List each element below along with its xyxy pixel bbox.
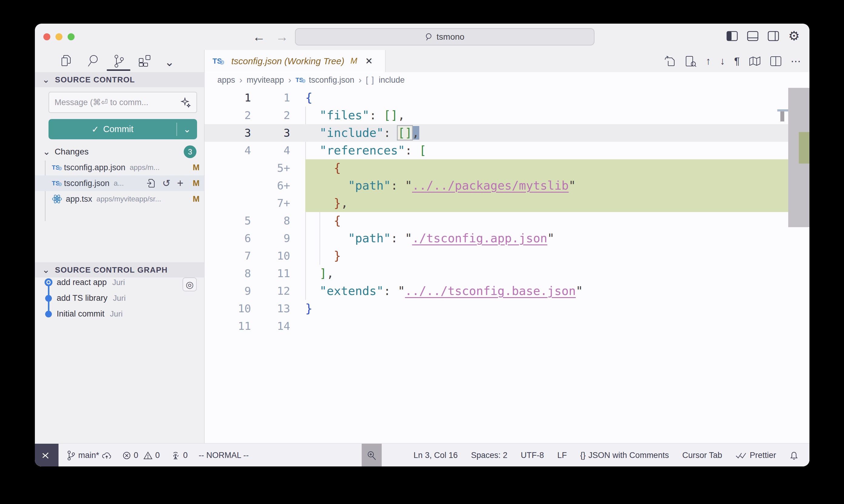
next-change-icon[interactable]: ↓ [720,55,725,67]
branch-status-item[interactable]: main* [66,450,111,461]
code-line[interactable]: 6+ "path": "../../packages/mytslib" [205,177,809,195]
double-check-icon [736,452,747,460]
commit-row[interactable]: add TS library Juri [35,290,204,306]
source-control-section-header[interactable]: ⌄ SOURCE CONTROL [35,72,204,87]
toggle-secondary-sidebar-icon[interactable] [768,31,779,41]
minimize-window-button[interactable] [55,33,63,40]
problems-status-item[interactable]: 0 0 [122,451,160,460]
commit-message-input[interactable]: Message (⌘⏎ to comm... [49,92,197,113]
modified-line-number: 4 [251,142,290,159]
commit-dropdown-chevron[interactable]: ⌄ [177,124,197,134]
previous-change-icon[interactable]: ↑ [706,55,711,67]
code-line[interactable]: 22 "files": [], [205,107,809,124]
notifications-bell-icon[interactable] [789,451,798,461]
open-changes-icon[interactable] [664,55,675,67]
vim-mode-indicator[interactable]: -- NORMAL -- [199,451,248,460]
whitespace-pilcrow-icon[interactable]: ¶ [734,55,740,67]
file-path: apps/myviteapp/sr... [97,195,161,203]
modified-line-number: 1 [251,89,290,107]
language-mode-item[interactable]: {} JSON with Comments [580,451,669,460]
breadcrumb-item[interactable]: include [379,75,405,85]
tab-close-icon[interactable]: ✕ [365,56,373,66]
editor-pane: TS⚙ tsconfig.json (Working Tree) M ✕ ↑ ↓… [205,50,809,443]
commit-button-label: Commit [103,124,133,134]
code-line[interactable]: 811 ], [205,265,809,282]
code-line[interactable]: 69 "path": "./tsconfig.app.json" [205,230,809,247]
breadcrumb-item[interactable]: tsconfig.json [309,75,355,85]
code-line[interactable]: 44 "references": [ [205,142,809,159]
commit-row[interactable]: add react app Juri [35,274,204,290]
more-actions-icon[interactable]: ⋯ [791,55,801,67]
explorer-icon[interactable] [61,54,73,68]
extensions-icon[interactable] [138,54,151,68]
close-window-button[interactable] [44,33,50,40]
code-text: "path": "../../packages/mytslib" [305,177,788,195]
code-line[interactable]: 1013} [205,300,809,318]
modified-line-number: 11 [251,265,290,282]
overview-selection-mark [777,109,788,111]
file-name: tsconfig.app.json [64,163,125,172]
toggle-panel-icon[interactable] [747,31,758,41]
code-line[interactable]: 11{ [205,89,809,107]
original-line-number: 9 [205,282,251,300]
modified-line-number: 13 [251,300,290,318]
tab-bar: TS⚙ tsconfig.json (Working Tree) M ✕ ↑ ↓… [205,50,809,72]
back-icon[interactable]: ← [253,30,265,44]
goto-current-history-item-button[interactable]: ◎ [183,277,197,291]
code-text: "references": [ [305,142,788,159]
code-text: ], [305,265,788,282]
command-center-search[interactable]: tsmono [295,28,595,46]
screencast-zoom-indicator[interactable] [362,444,382,466]
inline-view-icon[interactable] [685,55,697,67]
source-control-icon[interactable] [112,54,125,68]
code-line[interactable]: 33 "include": [], [205,124,809,142]
original-line-number [205,177,251,195]
open-file-icon[interactable] [147,178,156,188]
code-line[interactable]: 58 { [205,212,809,230]
split-editor-icon[interactable] [770,56,781,66]
original-line-number: 2 [205,107,251,124]
original-line-number: 6 [205,230,251,247]
views-chevron-icon[interactable]: ⌄ [165,55,174,69]
remote-indicator[interactable] [35,444,58,466]
code-line[interactable]: 710 } [205,247,809,265]
search-view-icon[interactable] [86,54,99,68]
modified-line-number: 5+ [251,159,290,177]
formatter-item[interactable]: Prettier [736,451,776,460]
change-row-tsconfig-app[interactable]: TS⚙ tsconfig.app.json apps/m... M [35,160,204,175]
code-line[interactable]: 5+ { [205,159,809,177]
change-row-tsconfig[interactable]: TS⚙ tsconfig.json a... ↺ + M [35,175,204,191]
code-line[interactable]: 912 "extends": "../../tsconfig.base.json… [205,282,809,300]
code-line[interactable]: 7+ }, [205,195,809,212]
encoding-item[interactable]: UTF-8 [521,451,544,460]
map-icon[interactable] [749,56,761,66]
sparkle-ai-icon[interactable] [181,97,191,108]
diff-editor[interactable]: 11{22 "files": [],33 "include": [],44 "r… [205,88,809,443]
maximize-window-button[interactable] [68,33,74,40]
indentation-item[interactable]: Spaces: 2 [471,451,507,460]
tab-tsconfig-working-tree[interactable]: TS⚙ tsconfig.json (Working Tree) M ✕ [205,50,385,72]
breadcrumb-item[interactable]: apps [217,75,235,85]
discard-changes-icon[interactable]: ↺ [162,178,170,189]
commit-row[interactable]: Initial commit Juri [35,306,204,322]
original-line-number: 1 [205,89,251,107]
stage-changes-icon[interactable]: + [177,177,184,190]
ports-status-item[interactable]: 0 [171,451,188,460]
change-row-app-tsx[interactable]: app.tsx apps/myviteapp/sr... M [35,191,204,207]
breadcrumb-separator: › [288,75,291,85]
commit-button[interactable]: ✓ Commit ⌄ [49,119,197,139]
forward-icon[interactable]: → [276,30,288,44]
breadcrumb-item[interactable]: myviteapp [247,75,284,85]
file-path: apps/m... [130,163,160,172]
toggle-primary-sidebar-icon[interactable] [726,31,738,41]
typescript-config-file-icon: TS⚙ [212,56,223,66]
file-name: tsconfig.json [64,179,109,188]
code-line[interactable]: 1114 [205,318,809,335]
cursor-tab-item[interactable]: Cursor Tab [682,451,722,460]
eol-item[interactable]: LF [557,451,567,460]
zoom-magnifier-icon [366,450,377,461]
branch-name: main* [78,451,99,460]
changes-section-header[interactable]: ⌄ Changes [35,145,204,158]
settings-gear-icon[interactable]: ⚙ [788,31,800,41]
cursor-position-item[interactable]: Ln 3, Col 16 [414,451,458,460]
